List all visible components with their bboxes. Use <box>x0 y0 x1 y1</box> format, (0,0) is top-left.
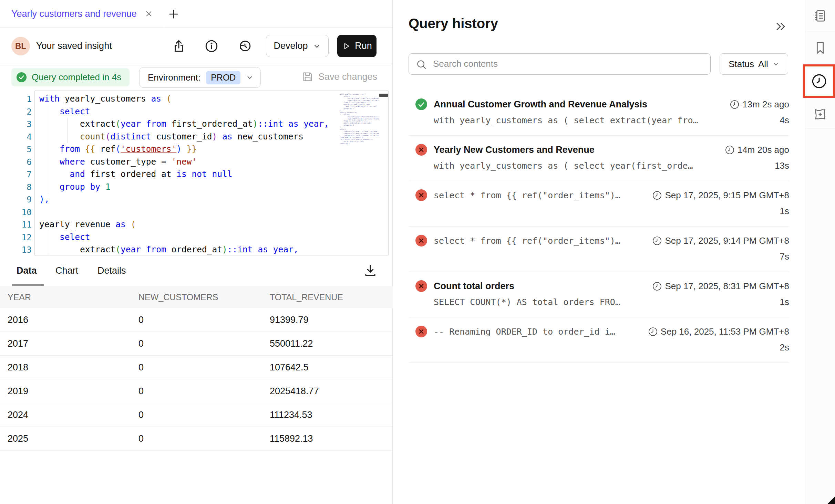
develop-button[interactable]: Develop <box>266 35 329 57</box>
table-row[interactable]: 201902025418.77 <box>0 379 393 403</box>
results-tab-bar: Data Chart Details <box>0 255 392 286</box>
app-root: Yearly customers and revenue BL Your sav… <box>0 0 835 504</box>
new-tab-button[interactable] <box>168 8 179 20</box>
history-item-duration: 4s <box>780 115 789 126</box>
search-icon <box>416 59 427 70</box>
download-icon[interactable] <box>363 263 378 278</box>
notebook-icon[interactable] <box>813 8 828 23</box>
tab-yearly-customers[interactable]: Yearly customers and revenue <box>11 0 153 28</box>
code-line[interactable]: where customer_type = 'new' <box>39 156 329 168</box>
code-line[interactable]: yearly_revenue as ( <box>39 218 329 231</box>
table-cell: 2018 <box>0 362 131 373</box>
panel-title: Query history <box>409 16 498 31</box>
status-filter[interactable]: Status All <box>720 53 788 75</box>
table-row[interactable]: 20250115892.13 <box>0 427 393 451</box>
lineage-star-icon[interactable] <box>812 106 828 123</box>
code-lines[interactable]: with yearly_customers as ( select extrac… <box>39 93 329 255</box>
table-cell: 111234.53 <box>262 410 393 420</box>
error-status-icon <box>415 326 427 337</box>
minimap[interactable]: with yearly_customers as ( select extrac… <box>340 91 379 255</box>
code-line[interactable]: with yearly_customers as ( <box>39 93 329 105</box>
environment-select[interactable]: Environment: PROD <box>139 67 261 88</box>
history-list: Annual Customer Growth and Revenue Analy… <box>409 90 789 363</box>
status-row: Query completed in 4s Environment: PROD … <box>0 64 392 91</box>
history-item-title: Yearly New Customers and Revenue <box>434 145 719 155</box>
history-item[interactable]: -- Renaming ORDER_ID to order_id i…Sep 1… <box>409 317 789 363</box>
column-header-new-customers[interactable]: NEW_CUSTOMERS <box>131 292 262 302</box>
editor-scrollbar-thumb[interactable] <box>379 94 388 97</box>
plus-icon <box>168 8 179 20</box>
table-row[interactable]: 20170550011.22 <box>0 332 393 356</box>
history-sidebar-button-highlighted[interactable] <box>803 64 835 98</box>
code-line[interactable]: select <box>39 105 329 118</box>
bookmark-icon[interactable] <box>812 40 828 56</box>
code-line[interactable]: and first_ordered_at is not null <box>39 168 329 181</box>
table-cell: 115892.13 <box>262 433 393 444</box>
history-item[interactable]: Count total ordersSep 17, 2025, 8:31 PM … <box>409 272 789 317</box>
history-item-time: Sep 17, 2025, 9:15 PM GMT+8 <box>652 190 789 201</box>
table-cell: 2016 <box>0 315 131 325</box>
sql-editor[interactable]: 12345678910111213 with yearly_customers … <box>0 91 392 255</box>
save-changes-label: Save changes <box>318 72 377 82</box>
line-number: 1 <box>14 93 32 106</box>
line-number: 10 <box>14 206 32 219</box>
editor-scrollbar[interactable] <box>379 91 388 255</box>
chevron-down-icon <box>313 42 321 50</box>
code-line[interactable]: count(distinct customer_id) as new_custo… <box>39 130 329 143</box>
environment-value-badge: PROD <box>206 71 240 84</box>
tab-chart[interactable]: Chart <box>55 255 78 286</box>
tab-details[interactable]: Details <box>97 255 126 286</box>
table-row[interactable]: 20180107642.5 <box>0 356 393 379</box>
history-item[interactable]: Annual Customer Growth and Revenue Analy… <box>409 90 789 136</box>
code-line[interactable]: extract(year from first_ordered_at)::int… <box>39 118 329 130</box>
clock-icon <box>730 100 739 109</box>
code-line[interactable]: select <box>39 231 329 244</box>
table-cell: 0 <box>131 433 262 444</box>
close-tab-icon[interactable] <box>145 10 153 18</box>
history-item-time: Sep 16, 2025, 11:53 PM GMT+8 <box>648 326 789 337</box>
share-icon[interactable] <box>172 39 186 53</box>
results-table: YEAR NEW_CUSTOMERS TOTAL_REVENUE 2016091… <box>0 286 393 451</box>
check-circle-icon <box>16 72 27 83</box>
info-icon[interactable] <box>204 39 219 53</box>
code-line[interactable]: extract(year from ordered_at)::int as ye… <box>39 243 329 255</box>
table-cell: 2025 <box>0 433 131 444</box>
sidebar-divider <box>805 31 835 31</box>
history-item-sql-title: select * from {{ ref("order_items")… <box>434 190 646 200</box>
history-item[interactable]: Yearly New Customers and Revenue14m 20s … <box>409 136 789 181</box>
code-line[interactable]: ), <box>39 193 329 206</box>
history-item-sql-title: select * from {{ ref("order_items")… <box>434 236 646 246</box>
code-line[interactable] <box>39 206 329 219</box>
version-history-icon[interactable] <box>238 39 252 53</box>
save-changes-button[interactable]: Save changes <box>302 71 377 83</box>
table-row[interactable]: 2016091399.79 <box>0 308 393 332</box>
line-number: 5 <box>14 143 32 156</box>
table-cell: 0 <box>131 315 262 325</box>
history-item-duration: 1s <box>780 297 789 307</box>
history-item[interactable]: select * from {{ ref("order_items")…Sep … <box>409 181 789 227</box>
clock-icon <box>652 236 662 245</box>
collapse-panel-icon[interactable] <box>774 20 787 33</box>
line-number: 2 <box>14 106 32 118</box>
history-item[interactable]: select * from {{ ref("order_items")…Sep … <box>409 227 789 272</box>
code-line[interactable]: group by 1 <box>39 181 329 193</box>
avatar[interactable]: BL <box>11 37 30 55</box>
history-item-time: Sep 17, 2025, 8:31 PM GMT+8 <box>652 281 789 292</box>
chevron-down-icon <box>246 74 254 81</box>
status-filter-value: All <box>758 59 768 70</box>
tab-data[interactable]: Data <box>17 255 37 286</box>
history-item-duration: 13s <box>775 160 789 171</box>
code-line[interactable]: from {{ ref('customers') }} <box>39 143 329 156</box>
line-number: 12 <box>14 231 32 244</box>
error-status-icon <box>415 189 427 201</box>
table-cell: 550011.22 <box>262 338 393 349</box>
search-box <box>409 53 711 75</box>
table-row[interactable]: 20240111234.53 <box>0 403 393 427</box>
run-button[interactable]: Run <box>337 35 377 57</box>
search-input[interactable] <box>433 54 705 74</box>
column-header-total-revenue[interactable]: TOTAL_REVENUE <box>262 292 393 302</box>
history-item-sql-preview: SELECT COUNT(*) AS total_orders FRO… <box>415 297 780 307</box>
tab-separator <box>163 0 163 28</box>
line-number: 6 <box>14 156 32 169</box>
column-header-year[interactable]: YEAR <box>0 292 131 302</box>
